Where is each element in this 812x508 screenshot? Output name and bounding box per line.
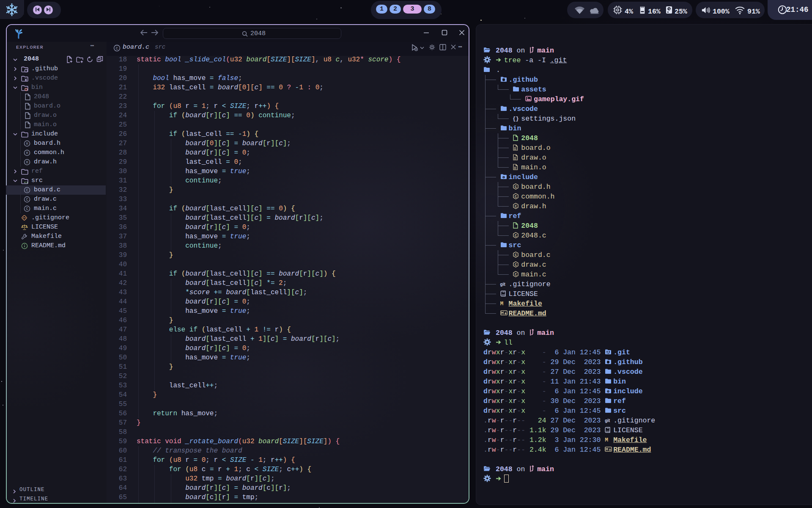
svg-text:C: C [515,262,517,267]
svg-text:C: C [515,194,517,199]
svg-text:C: C [515,204,517,208]
svg-text:C: C [515,253,517,257]
svg-text:C: C [515,233,517,237]
svg-text:C: C [515,185,517,189]
svg-text:C: C [515,272,517,276]
